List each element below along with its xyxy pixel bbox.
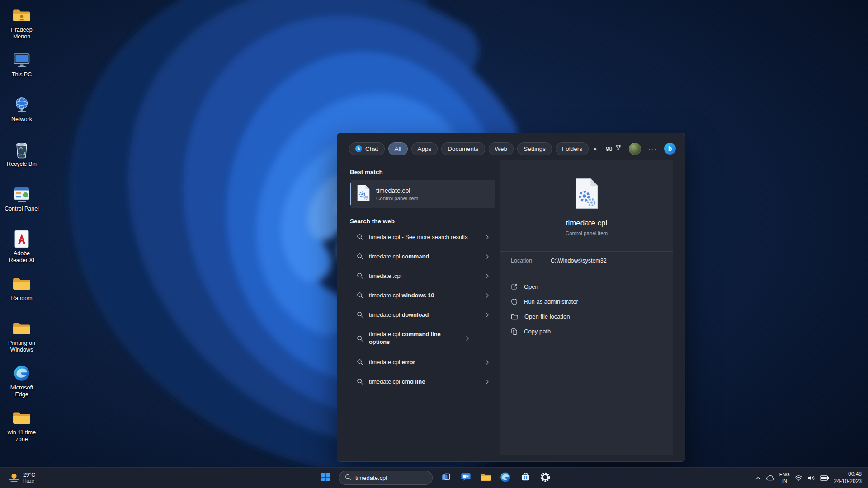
suggestion-text: timedate .cpl bbox=[369, 272, 479, 279]
open-external-icon bbox=[511, 283, 518, 290]
desktop-icon-label: Adobe Reader XI bbox=[4, 250, 40, 264]
rewards-button[interactable]: 98 bbox=[606, 145, 621, 153]
network-globe-icon bbox=[13, 95, 31, 115]
file-explorer-button[interactable] bbox=[476, 469, 495, 487]
control-panel-icon bbox=[13, 184, 31, 204]
search-icon bbox=[345, 474, 351, 482]
this-pc-icon bbox=[13, 50, 31, 70]
desktop-icon-adobe-reader[interactable]: Adobe Reader XI bbox=[3, 227, 41, 272]
action-open[interactable]: Open bbox=[511, 279, 662, 294]
clock[interactable]: 00:48 24-10-2023 bbox=[834, 471, 862, 485]
web-suggestion[interactable]: timedate.cpl - See more search results bbox=[350, 227, 495, 247]
tabs-overflow-icon[interactable]: ▶ bbox=[592, 143, 599, 155]
tray-chevron-up-button[interactable] bbox=[756, 476, 761, 479]
best-match-result[interactable]: timedate.cpl Control panel item bbox=[350, 180, 495, 208]
file-explorer-icon bbox=[480, 473, 491, 483]
desktop-icon-label: win 11 time zone bbox=[4, 429, 40, 443]
desktop-icon-pradeep-menon[interactable]: Pradeep Menon bbox=[3, 4, 41, 48]
volume-icon[interactable] bbox=[807, 475, 815, 481]
chat-button[interactable] bbox=[457, 469, 475, 487]
web-suggestion[interactable]: timedate.cpl download bbox=[350, 305, 495, 324]
web-suggestion[interactable]: timedate.cpl command bbox=[350, 247, 495, 266]
best-match-header: Best match bbox=[350, 169, 500, 175]
desktop-icon-label: Control Panel bbox=[5, 206, 39, 212]
desktop-icon-network[interactable]: Network bbox=[3, 93, 41, 138]
desktop-icon-recycle-bin[interactable]: Recycle Bin bbox=[3, 138, 41, 183]
desktop-icon-random[interactable]: Random bbox=[3, 272, 41, 317]
chat-camera-icon bbox=[461, 472, 471, 484]
chevron-right-icon bbox=[485, 254, 490, 259]
weather-widget[interactable]: 29°C Haze bbox=[5, 468, 39, 488]
web-suggestion[interactable]: timedate.cpl windows 10 bbox=[350, 286, 495, 305]
location-label: Location bbox=[511, 258, 551, 264]
web-suggestion[interactable]: timedate.cpl command line options bbox=[350, 324, 495, 352]
suggestion-bold: command bbox=[401, 253, 429, 260]
web-suggestion[interactable]: timedate.cpl error bbox=[350, 352, 495, 372]
user-avatar[interactable] bbox=[629, 143, 641, 155]
search-icon bbox=[357, 335, 363, 342]
desktop-icon-this-pc[interactable]: This PC bbox=[3, 48, 41, 93]
tab-chat[interactable]: b Chat bbox=[349, 142, 385, 155]
battery-icon[interactable] bbox=[820, 475, 829, 481]
settings-button[interactable] bbox=[536, 469, 554, 487]
tab-documents[interactable]: Documents bbox=[441, 142, 485, 155]
rewards-points: 98 bbox=[606, 145, 612, 152]
desktop-icon-label: Random bbox=[11, 295, 32, 302]
web-suggestion[interactable]: timedate.cpl cmd line bbox=[350, 372, 495, 391]
recycle-bin-icon bbox=[13, 140, 30, 160]
taskbar-search-box[interactable]: timedate.cpl bbox=[339, 471, 433, 485]
action-label: Run as administrator bbox=[524, 298, 578, 305]
bing-icon: b bbox=[355, 145, 362, 152]
search-icon bbox=[357, 292, 363, 299]
web-suggestion[interactable]: timedate .cpl bbox=[350, 266, 495, 286]
desktop-icon-control-panel[interactable]: Control Panel bbox=[3, 183, 41, 227]
desktop-icon-printing-on-windows[interactable]: Printing on Windows bbox=[3, 317, 41, 361]
action-copy-path[interactable]: Copy path bbox=[511, 324, 662, 339]
gear-icon bbox=[540, 472, 551, 484]
wifi-icon[interactable] bbox=[795, 475, 802, 481]
action-label: Open file location bbox=[524, 313, 570, 320]
desktop-icon-label: Printing on Windows bbox=[4, 340, 40, 353]
tab-web[interactable]: Web bbox=[489, 142, 514, 155]
search-results-column: Best match timedate.cpl Control panel it… bbox=[337, 160, 500, 456]
edge-button[interactable] bbox=[496, 469, 514, 487]
search-filter-tabs: b Chat All Apps Documents Web Settings F… bbox=[349, 141, 676, 156]
tab-label: Settings bbox=[524, 145, 546, 152]
clock-time: 00:48 bbox=[834, 471, 862, 478]
desktop-icon-microsoft-edge[interactable]: Microsoft Edge bbox=[3, 361, 41, 406]
best-match-subtitle: Control panel item bbox=[376, 196, 418, 201]
language-indicator[interactable]: ENG IN bbox=[779, 472, 790, 483]
microsoft-store-button[interactable] bbox=[516, 469, 534, 487]
preview-subtitle: Control panel item bbox=[500, 230, 673, 236]
preview-header: timedate.cpl Control panel item bbox=[500, 178, 673, 236]
suggestion-text: timedate.cpl error bbox=[369, 359, 479, 366]
start-button[interactable] bbox=[316, 469, 335, 487]
search-icon bbox=[357, 311, 363, 318]
tab-apps[interactable]: Apps bbox=[411, 142, 438, 155]
tab-all[interactable]: All bbox=[388, 142, 408, 155]
tab-label: Web bbox=[495, 145, 508, 152]
action-run-as-administrator[interactable]: Run as administrator bbox=[511, 294, 662, 309]
clock-date: 24-10-2023 bbox=[834, 478, 862, 485]
taskbar: 29°C Haze timedate.cpl bbox=[0, 467, 868, 488]
desktop-icon-win-11-time-zone[interactable]: win 11 time zone bbox=[3, 406, 41, 451]
edge-icon bbox=[500, 472, 511, 484]
bing-icon[interactable]: b bbox=[664, 143, 676, 155]
tab-folders[interactable]: Folders bbox=[556, 142, 589, 155]
store-bag-icon bbox=[520, 472, 531, 484]
tab-label: All bbox=[395, 145, 401, 152]
onedrive-cloud-icon[interactable] bbox=[766, 475, 774, 481]
taskbar-search-value: timedate.cpl bbox=[355, 474, 387, 481]
search-icon bbox=[357, 272, 363, 279]
suggestion-bold: download bbox=[401, 311, 429, 318]
tab-settings[interactable]: Settings bbox=[517, 142, 552, 155]
suggestion-text: timedate.cpl windows 10 bbox=[369, 292, 479, 299]
tab-label: Documents bbox=[448, 145, 478, 152]
suggestion-text: timedate.cpl cmd line bbox=[369, 378, 479, 385]
task-view-button[interactable] bbox=[437, 469, 455, 487]
suggestion-text: timedate.cpl download bbox=[369, 311, 479, 318]
more-options-icon[interactable]: ··· bbox=[648, 145, 657, 153]
action-open-file-location[interactable]: Open file location bbox=[511, 309, 662, 324]
desktop-icon-label: Pradeep Menon bbox=[4, 27, 40, 40]
tab-label: Chat bbox=[365, 145, 378, 152]
